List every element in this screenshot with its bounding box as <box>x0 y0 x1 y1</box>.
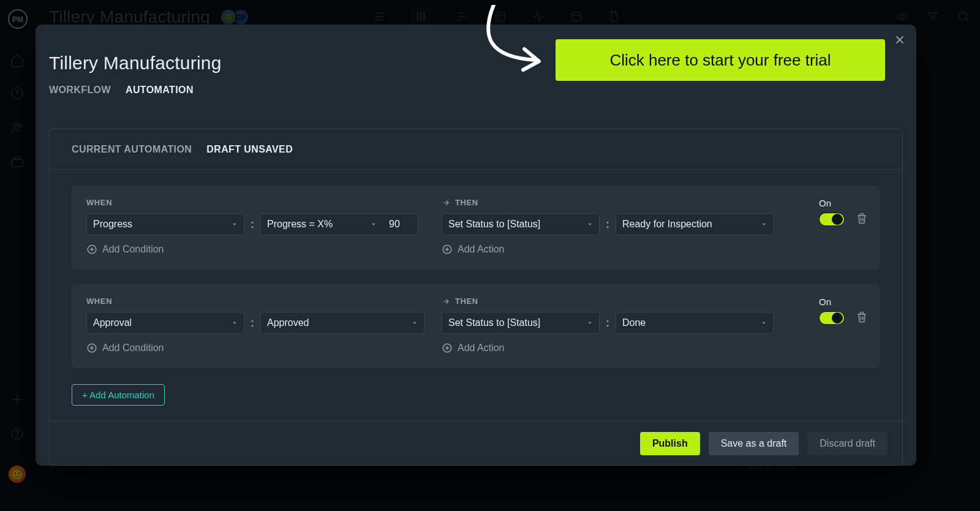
when-section-label: WHEN <box>86 297 442 306</box>
then-section-label: THEN <box>442 198 797 207</box>
plus-circle-icon <box>442 244 453 255</box>
then-action-value: Set Status to [Status] <box>448 317 540 328</box>
when-operator-value: Approved <box>267 317 309 328</box>
then-section-label: THEN <box>442 297 797 306</box>
chevron-down-icon <box>586 220 594 229</box>
when-operator-select[interactable]: Approved <box>260 312 424 334</box>
enabled-toggle[interactable] <box>819 311 845 325</box>
tab-automation[interactable]: AUTOMATION <box>126 85 194 96</box>
add-condition-label: Add Condition <box>102 343 164 354</box>
publish-button[interactable]: Publish <box>640 432 700 455</box>
automation-rule: WHEN Progress : Progress = X% <box>72 186 880 270</box>
automation-panel: CURRENT AUTOMATION DRAFT UNSAVED WHEN Pr… <box>49 129 903 466</box>
when-field-value: Approval <box>93 317 132 328</box>
add-condition-label: Add Condition <box>102 244 164 255</box>
tab-workflow[interactable]: WORKFLOW <box>49 85 111 96</box>
chevron-down-icon <box>760 220 768 229</box>
chevron-down-icon <box>230 319 239 327</box>
automation-rule: WHEN Approval : Approved <box>72 284 880 368</box>
arrow-right-icon <box>442 297 450 306</box>
toggle-label: On <box>819 198 831 208</box>
add-condition-button[interactable]: Add Condition <box>86 343 442 354</box>
then-value-value: Ready for Inspection <box>622 219 712 230</box>
when-operator-select[interactable]: Progress = X% <box>260 213 383 235</box>
plus-circle-icon <box>442 343 453 354</box>
then-action-select[interactable]: Set Status to [Status] <box>442 312 600 334</box>
close-icon[interactable] <box>893 33 907 47</box>
delete-rule-button[interactable] <box>856 311 868 325</box>
separator: : <box>605 317 611 330</box>
chevron-down-icon <box>369 220 378 229</box>
then-action-value: Set Status to [Status] <box>448 219 540 230</box>
panel-footer: Publish Save as a draft Discard draft <box>50 421 902 465</box>
when-field-select[interactable]: Approval <box>86 312 244 334</box>
add-automation-button[interactable]: + Add Automation <box>72 384 165 406</box>
chevron-down-icon <box>586 319 594 327</box>
separator: : <box>249 317 255 330</box>
when-operator-value: Progress = X% <box>267 219 333 230</box>
add-condition-button[interactable]: Add Condition <box>86 244 442 255</box>
add-action-label: Add Action <box>458 244 505 255</box>
chevron-down-icon <box>410 319 419 327</box>
discard-draft-button[interactable]: Discard draft <box>807 432 888 455</box>
delete-rule-button[interactable] <box>856 212 868 227</box>
panel-tabs: CURRENT AUTOMATION DRAFT UNSAVED <box>50 129 902 170</box>
separator: : <box>605 218 611 231</box>
start-free-trial-cta[interactable]: Click here to start your free trial <box>556 39 885 81</box>
when-section-label: WHEN <box>86 198 442 207</box>
tab-draft-unsaved[interactable]: DRAFT UNSAVED <box>206 144 293 155</box>
when-value-input[interactable] <box>383 213 418 235</box>
then-value-select[interactable]: Done <box>616 312 774 334</box>
then-value-value: Done <box>622 317 646 328</box>
chevron-down-icon <box>230 220 239 229</box>
save-draft-button[interactable]: Save as a draft <box>709 432 799 455</box>
add-action-button[interactable]: Add Action <box>442 244 797 255</box>
when-field-value: Progress <box>93 219 132 230</box>
add-action-label: Add Action <box>458 343 505 354</box>
chevron-down-icon <box>760 319 768 327</box>
then-action-select[interactable]: Set Status to [Status] <box>442 213 600 235</box>
automation-dialog: Tillery Manufacturing WORKFLOW AUTOMATIO… <box>36 25 916 466</box>
dialog-tabs: WORKFLOW AUTOMATION <box>49 85 916 96</box>
arrow-right-icon <box>442 199 450 207</box>
when-field-select[interactable]: Progress <box>86 213 244 235</box>
enabled-toggle[interactable] <box>819 213 845 226</box>
plus-circle-icon <box>86 244 97 255</box>
separator: : <box>249 218 255 231</box>
toggle-label: On <box>819 297 831 307</box>
tab-current-automation[interactable]: CURRENT AUTOMATION <box>72 144 192 155</box>
plus-circle-icon <box>86 343 97 354</box>
then-value-select[interactable]: Ready for Inspection <box>616 213 774 235</box>
add-action-button[interactable]: Add Action <box>442 343 797 354</box>
